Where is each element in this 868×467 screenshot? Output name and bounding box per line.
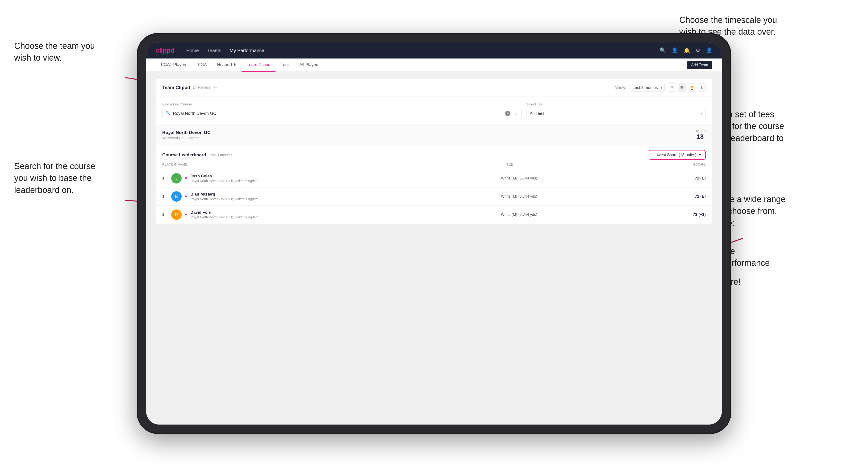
player-details-2: David Ford Royal North Devon Golf Club, … xyxy=(191,210,427,219)
course-result: Royal North Devon GC Westward Ho!, Engla… xyxy=(156,125,712,145)
player-name-2: David Ford xyxy=(191,210,427,215)
rank-1: 1 xyxy=(162,176,168,181)
card-controls: Show: Last 3 months Last month Last 6 mo… xyxy=(615,84,706,92)
bell-icon[interactable]: 🔔 xyxy=(684,48,690,54)
player-club-2: Royal North Devon Golf Club, United King… xyxy=(191,215,427,219)
nav-home[interactable]: Home xyxy=(186,48,198,53)
player-details-0: Josh Coles Royal North Devon Golf Club, … xyxy=(191,174,427,183)
player-name-1: Blair McHarg xyxy=(191,192,427,197)
rank-1b: 1 xyxy=(162,194,168,198)
avatar-icon[interactable]: 👤 xyxy=(706,48,712,54)
heart-2[interactable]: ♥ xyxy=(185,213,187,217)
content-card: Team Clippd 14 Players ✏ Show: Last 3 mo… xyxy=(156,79,712,224)
search-icon[interactable]: 🔍 xyxy=(659,48,666,54)
trophy-view-button[interactable]: 🏆 xyxy=(688,84,696,92)
score-type-label: Lowest Score (18 holes) xyxy=(653,153,696,157)
col-score: SCORE xyxy=(604,162,706,166)
player-details-1: Blair McHarg Royal North Devon Golf Club… xyxy=(191,192,427,201)
player-score-1: 72 (E) xyxy=(611,194,706,199)
heart-0[interactable]: ♥ xyxy=(185,176,187,181)
tab-hcaps[interactable]: Hcaps 1-5 xyxy=(212,59,242,72)
favorite-icon[interactable]: ☆ xyxy=(514,111,519,117)
tee-group: Select Tee All Tees ▾ xyxy=(526,102,706,119)
holes-value: 18 xyxy=(695,133,706,140)
rank-3: 3 xyxy=(162,213,168,217)
player-tee-2: White (M) (6,744 yds) xyxy=(431,213,608,217)
course-search-input[interactable] xyxy=(173,111,503,116)
top-nav: clippd Home Teams My Performance 🔍 👤 🔔 ⚙… xyxy=(146,42,722,59)
player-score-2: 73 (+1) xyxy=(611,212,706,217)
search-input-row[interactable]: 🔍 ✕ ☆ xyxy=(162,108,522,119)
col-player-name: PLAYER NAME xyxy=(162,162,415,166)
find-label: Find a Golf Course xyxy=(162,102,522,106)
card-header: Team Clippd 14 Players ✏ Show: Last 3 mo… xyxy=(156,79,712,96)
tee-label: Select Tee xyxy=(526,102,706,106)
player-row: 3 D ♥ David Ford Royal North Devon Golf … xyxy=(156,206,712,224)
tee-select-row[interactable]: All Tees ▾ xyxy=(526,108,706,119)
app-content: clippd Home Teams My Performance 🔍 👤 🔔 ⚙… xyxy=(146,42,722,425)
tee-chevron-icon: ▾ xyxy=(700,111,702,116)
search-icon-inline: 🔍 xyxy=(165,111,170,116)
table-header: PLAYER NAME TEE SCORE xyxy=(156,160,712,169)
player-score-0: 72 (E) xyxy=(611,176,706,181)
tab-pgat-players[interactable]: PGAT Players xyxy=(156,59,192,72)
nav-my-performance[interactable]: My Performance xyxy=(230,48,265,53)
player-club-1: Royal North Devon Golf Club, United King… xyxy=(191,197,427,201)
app-logo: clippd xyxy=(156,47,174,54)
tee-value: All Tees xyxy=(530,111,698,116)
view-icons: ⊞ ☰ 🏆 ⬇ xyxy=(668,84,706,92)
user-icon[interactable]: 👤 xyxy=(672,48,678,54)
player-tee-0: White (M) (6,744 yds) xyxy=(431,176,608,181)
tab-pga[interactable]: PGA xyxy=(192,59,212,72)
nav-teams[interactable]: Teams xyxy=(207,48,221,53)
add-team-button[interactable]: Add Team xyxy=(687,61,712,69)
list-view-button[interactable]: ☰ xyxy=(678,84,686,92)
course-name: Royal North Devon GC xyxy=(162,130,211,135)
score-type-dropdown[interactable]: Lowest Score (18 holes) ▾ xyxy=(649,150,706,160)
show-label: Show: xyxy=(615,85,626,90)
col-tee: TEE xyxy=(415,162,605,166)
card-title: Team Clippd 14 Players xyxy=(162,85,210,90)
course-location: Westward Ho!, England xyxy=(162,136,211,140)
player-name-0: Josh Coles xyxy=(191,174,427,179)
leaderboard-header: Course Leaderboard, Last 3 months Lowest… xyxy=(156,145,712,160)
player-row: 1 J ♥ Josh Coles Royal North Devon Golf … xyxy=(156,169,712,187)
player-club-0: Royal North Devon Golf Club, United King… xyxy=(191,179,427,183)
show-select[interactable]: Last 3 months Last month Last 6 months L… xyxy=(629,84,665,92)
player-tee-1: White (M) (6,744 yds) xyxy=(431,194,608,198)
holes-label: Holes xyxy=(695,129,706,133)
avatar-0: J xyxy=(171,173,182,184)
holes-badge: Holes 18 xyxy=(695,129,706,140)
score-dropdown-chevron: ▾ xyxy=(699,152,701,157)
tab-tour[interactable]: Tour xyxy=(276,59,294,72)
annotation-choose-team: Choose the team you wish to view. xyxy=(14,40,104,64)
course-info: Royal North Devon GC Westward Ho!, Engla… xyxy=(162,130,211,140)
download-button[interactable]: ⬇ xyxy=(698,84,706,92)
settings-icon[interactable]: ⚙ xyxy=(695,48,700,54)
tab-team-clippd[interactable]: Team Clippd xyxy=(242,59,276,72)
player-row: 1 B ♥ Blair McHarg Royal North Devon Gol… xyxy=(156,187,712,206)
nav-links: Home Teams My Performance xyxy=(186,48,659,53)
search-group: Find a Golf Course 🔍 ✕ ☆ xyxy=(162,102,522,119)
avatar-1: B xyxy=(171,191,182,201)
leaderboard-title: Course Leaderboard, Last 3 months xyxy=(162,152,232,158)
tab-all-players[interactable]: All Players xyxy=(294,59,325,72)
main-content: Team Clippd 14 Players ✏ Show: Last 3 mo… xyxy=(146,72,722,425)
tablet-frame: clippd Home Teams My Performance 🔍 👤 🔔 ⚙… xyxy=(137,33,731,434)
edit-icon[interactable]: ✏ xyxy=(213,85,217,90)
tablet-screen: clippd Home Teams My Performance 🔍 👤 🔔 ⚙… xyxy=(146,42,722,425)
annotation-search-course: Search for the course you wish to base t… xyxy=(14,160,104,196)
heart-1[interactable]: ♥ xyxy=(185,194,187,198)
search-section: Find a Golf Course 🔍 ✕ ☆ Select Tee xyxy=(156,96,712,125)
nav-icons: 🔍 👤 🔔 ⚙ 👤 xyxy=(659,48,712,54)
avatar-2: D xyxy=(171,210,182,220)
search-clear-button[interactable]: ✕ xyxy=(505,111,510,116)
sub-nav: PGAT Players PGA Hcaps 1-5 Team Clippd T… xyxy=(146,59,722,72)
grid-view-button[interactable]: ⊞ xyxy=(668,84,676,92)
